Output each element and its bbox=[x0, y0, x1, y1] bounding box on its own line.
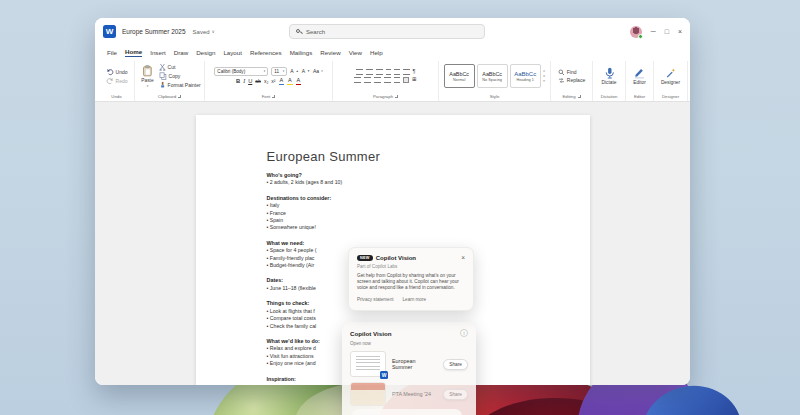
toast-subtitle: Part of Copilot Labs bbox=[357, 264, 465, 269]
tab-draw[interactable]: Draw bbox=[174, 49, 188, 57]
change-case-button[interactable]: Aa▾ bbox=[313, 69, 323, 74]
tab-layout[interactable]: Layout bbox=[223, 49, 242, 57]
info-icon[interactable]: i bbox=[460, 329, 468, 337]
doc-bullet: Spain bbox=[267, 217, 560, 224]
underline-button[interactable]: U bbox=[248, 79, 252, 85]
align-center-icon[interactable] bbox=[364, 77, 371, 83]
style-heading-1[interactable]: AaBbCc Heading 1 bbox=[510, 64, 541, 88]
styles-scroll-down-icon[interactable]: ∨ bbox=[543, 74, 546, 78]
ribbon: Undo Redo Undo Paste ▾ bbox=[95, 59, 690, 102]
tab-references[interactable]: References bbox=[250, 49, 282, 57]
title-bar: W Europe Summer 2025 Saved ∨ Search ─ □ … bbox=[95, 18, 690, 45]
minimize-button[interactable]: ─ bbox=[651, 28, 656, 35]
tab-view[interactable]: View bbox=[349, 49, 362, 57]
privacy-statement-link[interactable]: Privacy statement bbox=[357, 297, 394, 302]
toast-close-icon[interactable]: × bbox=[461, 255, 465, 262]
font-color-button[interactable]: A bbox=[296, 78, 302, 85]
word-badge-icon: W bbox=[380, 371, 388, 379]
doc-section: Destinations to consider: Italy France S… bbox=[267, 195, 560, 232]
superscript-button[interactable]: x² bbox=[271, 79, 275, 84]
toast-body: Get help from Copilot by sharing what's … bbox=[357, 273, 465, 292]
editing-dialog-launcher-icon[interactable] bbox=[578, 95, 581, 98]
italic-button[interactable]: I bbox=[243, 79, 245, 85]
cut-button[interactable]: Cut bbox=[159, 63, 201, 71]
find-icon bbox=[558, 69, 565, 76]
search-input[interactable]: Search bbox=[289, 24, 485, 39]
tab-design[interactable]: Design bbox=[196, 49, 215, 57]
share-item-pta-meeting[interactable]: PTA Meeting '24 Share bbox=[350, 382, 468, 406]
share-item-name: PTA Meeting '24 bbox=[392, 391, 437, 397]
share-button[interactable]: Share bbox=[443, 359, 468, 370]
format-painter-button[interactable]: Format Painter bbox=[159, 81, 201, 89]
styles-scroll-up-icon[interactable]: ∧ bbox=[543, 69, 546, 73]
word-app-icon: W bbox=[103, 25, 116, 38]
designer-wand-icon bbox=[665, 67, 676, 79]
designer-group: Designer Designer bbox=[654, 61, 688, 101]
align-right-icon[interactable] bbox=[374, 77, 381, 83]
style-normal[interactable]: AaBbCc Normal bbox=[444, 64, 475, 88]
find-button[interactable]: Find bbox=[558, 69, 585, 76]
shading-icon[interactable] bbox=[403, 77, 409, 83]
highlight-color-button[interactable]: A bbox=[287, 78, 293, 85]
undo-button[interactable]: Undo bbox=[106, 68, 128, 76]
maximize-button[interactable]: □ bbox=[665, 28, 669, 35]
line-spacing-icon[interactable] bbox=[394, 77, 400, 83]
paste-dropdown-icon: ▾ bbox=[147, 84, 149, 88]
clipboard-dialog-launcher-icon[interactable] bbox=[178, 95, 181, 98]
show-formatting-marks-icon[interactable]: ¶ bbox=[413, 69, 416, 75]
dictate-button[interactable]: Dictate bbox=[599, 67, 620, 85]
grow-font-button[interactable]: A▲ bbox=[290, 69, 298, 74]
align-left-icon[interactable] bbox=[354, 77, 361, 83]
dictation-group: Dictate Dictation bbox=[593, 61, 626, 101]
text-effects-button[interactable]: A bbox=[279, 78, 285, 85]
avatar[interactable] bbox=[630, 26, 642, 38]
font-dialog-launcher-icon[interactable] bbox=[272, 95, 275, 98]
tab-insert[interactable]: Insert bbox=[150, 49, 165, 57]
designer-button[interactable]: Designer bbox=[658, 67, 683, 85]
document-file-name: Europe Summer 2025 bbox=[122, 28, 186, 35]
close-button[interactable]: × bbox=[678, 28, 682, 35]
tab-mailings[interactable]: Mailings bbox=[290, 49, 313, 57]
highlight-color-icon bbox=[287, 84, 293, 86]
font-size-select[interactable]: 11 ▾ bbox=[271, 67, 287, 76]
numbered-list-icon[interactable] bbox=[366, 69, 373, 75]
grow-font-icon: ▲ bbox=[296, 69, 299, 73]
increase-indent-icon[interactable] bbox=[394, 69, 400, 75]
sort-icon[interactable] bbox=[403, 69, 410, 75]
shrink-font-button[interactable]: A▼ bbox=[302, 69, 310, 74]
paragraph-dialog-launcher-icon[interactable] bbox=[395, 95, 398, 98]
paste-button[interactable]: Paste ▾ bbox=[138, 65, 156, 88]
strikethrough-button[interactable]: ab bbox=[255, 79, 261, 84]
copy-icon bbox=[159, 72, 167, 80]
decrease-indent-icon[interactable] bbox=[386, 69, 392, 75]
subscript-button[interactable]: x₂ bbox=[264, 79, 268, 84]
borders-icon[interactable]: ⊞ bbox=[412, 77, 417, 83]
bold-button[interactable]: B bbox=[236, 79, 240, 85]
editor-group: Editor Editor bbox=[626, 61, 654, 101]
font-group: Calibri (Body) ▾ 11 ▾ A▲ A▼ Aa▾ B I U ab bbox=[205, 61, 333, 101]
font-family-select[interactable]: Calibri (Body) ▾ bbox=[214, 67, 268, 76]
editing-group: Find Replace Editing bbox=[551, 61, 593, 101]
tab-review[interactable]: Review bbox=[320, 49, 340, 57]
justify-icon[interactable] bbox=[384, 77, 391, 83]
copilot-vision-panel: Copilot Vision i Open now W European Sum… bbox=[342, 322, 476, 415]
ribbon-tabs: File Home Insert Draw Design Layout Refe… bbox=[95, 45, 690, 59]
copilot-vision-toast: NEW Copilot Vision × Part of Copilot Lab… bbox=[348, 247, 474, 311]
editor-button[interactable]: Editor bbox=[630, 67, 649, 85]
multilevel-list-icon[interactable] bbox=[376, 69, 383, 75]
save-status-chevron-icon[interactable]: ∨ bbox=[212, 29, 215, 34]
copy-button[interactable]: Copy bbox=[159, 72, 201, 80]
share-item-european-summer[interactable]: W European Summer Share bbox=[350, 351, 468, 377]
share-button[interactable]: Share bbox=[443, 389, 468, 400]
replace-button[interactable]: Replace bbox=[558, 77, 585, 84]
learn-more-link[interactable]: Learn more bbox=[403, 297, 427, 302]
tab-file[interactable]: File bbox=[107, 49, 117, 57]
redo-button[interactable]: Redo bbox=[106, 77, 128, 85]
tab-home[interactable]: Home bbox=[125, 48, 142, 57]
bullet-list-icon[interactable] bbox=[356, 69, 363, 75]
tab-help[interactable]: Help bbox=[370, 49, 383, 57]
style-no-spacing[interactable]: AaBbCc No Spacing bbox=[477, 64, 508, 88]
save-status[interactable]: Saved bbox=[193, 29, 210, 35]
doc-bullet: Somewhere unique! bbox=[267, 224, 560, 231]
styles-more-icon[interactable]: ≡ bbox=[543, 79, 545, 83]
